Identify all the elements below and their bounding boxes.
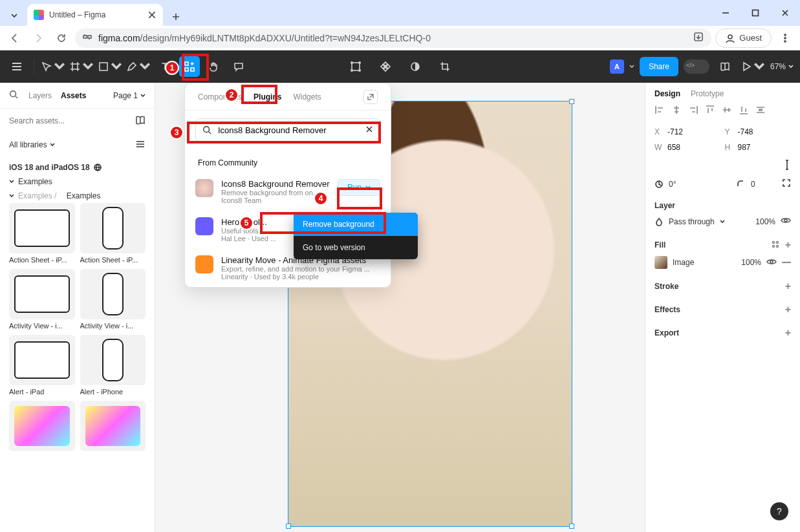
figma-menu-button[interactable] — [6, 56, 27, 77]
pen-tool-button[interactable] — [126, 56, 151, 77]
install-app-icon[interactable] — [693, 32, 704, 44]
list-view-icon[interactable] — [135, 139, 146, 151]
add-effect-button[interactable]: + — [785, 304, 791, 315]
align-top-icon[interactable] — [705, 105, 715, 117]
menu-item-go-to-web[interactable]: Go to web version — [294, 236, 418, 259]
add-stroke-button[interactable]: + — [785, 281, 791, 292]
present-button[interactable] — [741, 56, 765, 77]
style-icon[interactable] — [771, 240, 780, 251]
popover-detach-icon[interactable] — [363, 90, 378, 104]
constrain-proportions-icon[interactable] — [783, 158, 791, 173]
plugin-result-item[interactable]: Icons8 Background Remover Remove backgro… — [185, 173, 391, 211]
browser-overflow-menu-button[interactable] — [775, 28, 795, 48]
visibility-icon[interactable] — [766, 257, 777, 269]
asset-item[interactable]: Activity View - i... — [9, 269, 75, 330]
plugin-search-input[interactable] — [218, 125, 359, 135]
x-input[interactable]: -712 — [667, 127, 721, 136]
add-fill-button[interactable]: + — [785, 239, 791, 251]
asset-item[interactable]: Action Sheet - iP... — [9, 203, 75, 264]
align-hcenter-icon[interactable] — [671, 105, 682, 117]
popover-tab-plugins[interactable]: Plugins — [254, 92, 281, 101]
library-icon[interactable] — [135, 115, 146, 127]
libraries-dropdown[interactable]: All libraries — [9, 140, 47, 149]
tab-assets[interactable]: Assets — [61, 91, 86, 100]
help-button[interactable]: ? — [770, 502, 788, 520]
move-tool-button[interactable] — [41, 56, 65, 77]
tab-layers[interactable]: Layers — [28, 91, 52, 100]
tree-breadcrumb[interactable]: Examples / Examples — [0, 189, 155, 203]
fill-type-label[interactable]: Image — [673, 258, 694, 267]
distribute-icon[interactable] — [755, 105, 766, 117]
fill-opacity-input[interactable]: 100% — [741, 258, 761, 267]
zoom-level[interactable]: 67% — [770, 62, 794, 71]
new-tab-button[interactable] — [167, 8, 185, 26]
y-input[interactable]: -748 — [738, 127, 792, 136]
svg-rect-1 — [83, 36, 87, 38]
svg-rect-12 — [185, 62, 188, 65]
browser-tabs-menu-button[interactable] — [4, 5, 25, 26]
browser-tab-strip: Untitled – Figma — [0, 0, 800, 26]
search-icon[interactable] — [9, 90, 19, 101]
h-input[interactable]: 987 — [738, 143, 792, 152]
tab-design[interactable]: Design — [654, 89, 680, 98]
add-export-button[interactable]: + — [785, 327, 791, 339]
canvas[interactable]: Components Plugins Widgets From Communit… — [155, 83, 645, 532]
tab-prototype[interactable]: Prototype — [691, 89, 724, 98]
remove-fill-button[interactable] — [782, 262, 791, 263]
create-component-button[interactable] — [375, 56, 396, 77]
mask-button[interactable] — [405, 56, 426, 77]
asset-item[interactable]: Alert - iPhone — [80, 335, 146, 396]
share-button[interactable]: Share — [640, 57, 678, 76]
align-left-icon[interactable] — [654, 105, 665, 117]
visibility-icon[interactable] — [781, 215, 791, 228]
corner-radius-input[interactable]: 0 — [751, 180, 777, 189]
align-vcenter-icon[interactable] — [722, 105, 732, 117]
dev-mode-toggle[interactable] — [684, 59, 709, 74]
close-tab-icon[interactable] — [147, 10, 157, 19]
browser-back-button[interactable] — [5, 28, 25, 48]
window-close-button[interactable] — [770, 0, 800, 26]
popover-tab-widgets[interactable]: Widgets — [293, 92, 321, 101]
comment-tool-button[interactable] — [228, 56, 249, 77]
profile-guest-chip[interactable]: Guest — [715, 28, 772, 48]
popover-tab-components[interactable]: Components — [198, 92, 242, 101]
fill-swatch[interactable] — [654, 256, 667, 269]
w-input[interactable]: 658 — [667, 143, 721, 152]
browser-forward-button[interactable] — [28, 28, 48, 48]
layer-opacity-input[interactable]: 100% — [755, 217, 775, 226]
menu-item-remove-background[interactable]: Remove background — [294, 213, 418, 236]
text-tool-button[interactable] — [155, 56, 175, 77]
window-minimize-button[interactable] — [711, 0, 741, 26]
frame-tool-button[interactable] — [69, 56, 94, 77]
blend-mode-select[interactable]: Pass through — [669, 217, 715, 226]
rotation-input[interactable]: 0° — [669, 180, 708, 189]
align-bottom-icon[interactable] — [739, 105, 749, 117]
window-maximize-button[interactable] — [741, 0, 770, 26]
shape-tool-button[interactable] — [98, 56, 122, 77]
assets-search-input[interactable] — [9, 116, 130, 125]
library-button[interactable] — [715, 56, 735, 77]
run-plugin-button[interactable]: Run — [338, 179, 380, 196]
page-selector[interactable]: Page 1 — [113, 91, 146, 100]
asset-item[interactable] — [80, 401, 146, 454]
asset-item[interactable]: Alert - iPad — [9, 335, 75, 396]
crop-button[interactable] — [435, 56, 455, 77]
chevron-down-icon[interactable] — [629, 64, 634, 69]
asset-item[interactable] — [9, 401, 75, 454]
browser-tab[interactable]: Untitled – Figma — [27, 4, 163, 26]
resources-button[interactable] — [179, 56, 200, 77]
svg-point-7 — [784, 40, 786, 41]
align-right-icon[interactable] — [688, 105, 698, 117]
browser-reload-button[interactable] — [52, 28, 71, 48]
asset-item[interactable]: Activity View - i... — [80, 269, 146, 330]
clear-search-icon[interactable] — [365, 125, 373, 135]
url-box[interactable]: figma.com/design/mHy69ikdLNTMt8pKdADXXU/… — [75, 28, 711, 48]
tree-node-examples[interactable]: Examples — [0, 175, 155, 189]
hand-tool-button[interactable] — [204, 56, 224, 77]
edit-object-button[interactable] — [345, 56, 366, 77]
plugin-search-box[interactable] — [195, 118, 380, 142]
asset-item[interactable]: Action Sheet - iP... — [80, 203, 146, 264]
site-settings-icon[interactable] — [83, 32, 92, 43]
independent-corners-icon[interactable] — [782, 178, 791, 189]
user-avatar[interactable]: A — [610, 59, 624, 74]
